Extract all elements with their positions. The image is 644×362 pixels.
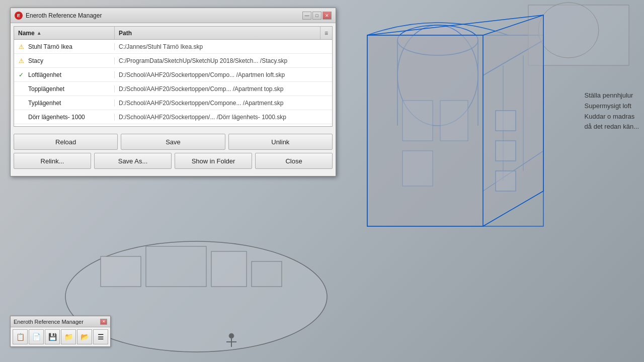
mini-toolbar-title: Eneroth Reference Manager ✕	[11, 316, 110, 327]
row-path-cell: C:/Jannes/Stuhl Tärnö Ikea.skp	[115, 43, 332, 50]
svg-rect-2	[146, 246, 206, 287]
svg-point-22	[538, 3, 599, 58]
row-path-cell: D:/School/AAHF20/Sockertoppen/... /Dörr …	[115, 114, 332, 121]
minimize-button[interactable]: —	[302, 12, 311, 20]
swedish-text-overlay: Ställa pennhjulur Supermysigt loft Kudda…	[585, 90, 639, 132]
button-row-1: Reload Save Unlink	[14, 134, 333, 150]
table-row[interactable]: ⚠Stuhl Tärnö IkeaC:/Jannes/Stuhl Tärnö I…	[14, 40, 332, 54]
table-row[interactable]: Dörr lägenhets- 1000D:/School/AAHF20/Soc…	[14, 110, 332, 124]
svg-rect-20	[496, 171, 516, 191]
reference-table: Name ▲ Path ≡ ⚠Stuhl Tärnö IkeaC:/Jannes…	[14, 26, 333, 127]
dialog-titlebar: E Eneroth Reference Manager — □ ✕	[11, 8, 336, 23]
row-path-cell: D:/School/AAHF20/Sockertoppen/Compo... /…	[115, 71, 332, 78]
svg-rect-8	[367, 35, 543, 226]
mini-icon-button-1[interactable]: 📄	[29, 329, 44, 344]
mini-icon-button-4[interactable]: 📂	[77, 329, 92, 344]
row-path-cell: D:/School/AAHF20/Sockertoppen/Compone...…	[115, 100, 332, 107]
save-as-button[interactable]: Save As...	[94, 153, 172, 169]
mini-icon-row: 📋📄💾📁📂☰	[13, 329, 108, 344]
svg-rect-23	[367, 35, 483, 226]
row-path-cell: C:/ProgramData/SketchUp/SketchUp 2018/Sk…	[115, 57, 332, 64]
dialog-title: Eneroth Reference Manager	[26, 12, 102, 19]
close-dialog-button[interactable]: Close	[255, 153, 333, 169]
svg-rect-15	[403, 151, 433, 186]
svg-rect-19	[496, 141, 516, 161]
row-name-cell: Dörr lägenhets- 1000	[26, 114, 115, 121]
dialog-title-left: E Eneroth Reference Manager	[15, 12, 102, 20]
sort-arrow-icon: ▲	[37, 30, 42, 36]
mini-icon-button-5[interactable]: ☰	[93, 329, 108, 344]
column-header-path: Path	[115, 27, 320, 39]
table-row[interactable]: ⚠StacyC:/ProgramData/SketchUp/SketchUp 2…	[14, 54, 332, 68]
table-row[interactable]: TopplägenhetD:/School/AAHF20/Sockertoppe…	[14, 82, 332, 96]
svg-point-5	[229, 333, 234, 338]
row-status-icon	[16, 98, 26, 108]
mini-toolbar-title-text: Eneroth Reference Manager	[14, 319, 84, 325]
mini-toolbar: Eneroth Reference Manager ✕ 📋📄💾📁📂☰	[10, 316, 111, 347]
reload-button[interactable]: Reload	[14, 134, 118, 150]
row-status-icon	[16, 84, 26, 94]
show-in-folder-button[interactable]: Show in Folder	[175, 153, 252, 169]
table-menu-button[interactable]: ≡	[320, 27, 332, 39]
svg-rect-3	[211, 251, 247, 287]
button-row-2: Relink... Save As... Show in Folder Clos…	[14, 153, 333, 169]
svg-point-9	[397, 25, 478, 126]
column-header-name: Name ▲	[14, 27, 115, 39]
app-icon: E	[15, 12, 23, 20]
row-status-icon	[16, 112, 26, 122]
close-window-button[interactable]: ✕	[323, 12, 332, 20]
buttons-area: Reload Save Unlink Relink... Save As... …	[11, 130, 336, 176]
row-status-icon: ⚠	[16, 56, 26, 66]
window-controls: — □ ✕	[302, 12, 332, 20]
svg-line-24	[367, 15, 543, 35]
svg-rect-13	[403, 101, 433, 141]
maximize-button[interactable]: □	[312, 12, 321, 20]
row-status-icon: ✓	[16, 70, 26, 80]
row-name-cell: Stacy	[26, 57, 115, 64]
svg-point-10	[397, 25, 478, 55]
main-dialog: E Eneroth Reference Manager — □ ✕ Name ▲…	[10, 8, 336, 176]
mini-icon-button-2[interactable]: 💾	[45, 329, 60, 344]
row-name-cell: Topplägenhet	[26, 85, 115, 93]
row-name-cell: Loftlägenhet	[26, 71, 115, 78]
row-name-cell: Stuhl Tärnö Ikea	[26, 43, 115, 50]
svg-rect-1	[101, 256, 141, 287]
unlink-button[interactable]: Unlink	[228, 134, 333, 150]
save-button[interactable]: Save	[121, 134, 225, 150]
row-name-cell: Typlägenhet	[26, 100, 115, 107]
table-row[interactable]: TyplägenhetD:/School/AAHF20/Sockertoppen…	[14, 96, 332, 110]
svg-rect-4	[252, 261, 282, 287]
svg-rect-18	[496, 111, 516, 131]
table-row[interactable]: ✓LoftlägenhetD:/School/AAHF20/Sockertopp…	[14, 68, 332, 82]
svg-rect-21	[528, 5, 629, 65]
row-path-cell: D:/School/AAHF20/Sockertoppen/Comp... /A…	[115, 85, 332, 93]
mini-icon-button-3[interactable]: 📁	[61, 329, 76, 344]
table-header: Name ▲ Path ≡	[14, 27, 332, 40]
relink-button[interactable]: Relink...	[14, 153, 91, 169]
row-status-icon: ⚠	[16, 42, 26, 52]
mini-icon-button-0[interactable]: 📋	[13, 329, 28, 344]
svg-rect-14	[440, 101, 468, 141]
table-body: ⚠Stuhl Tärnö IkeaC:/Jannes/Stuhl Tärnö I…	[14, 40, 332, 124]
mini-close-button[interactable]: ✕	[100, 319, 107, 325]
